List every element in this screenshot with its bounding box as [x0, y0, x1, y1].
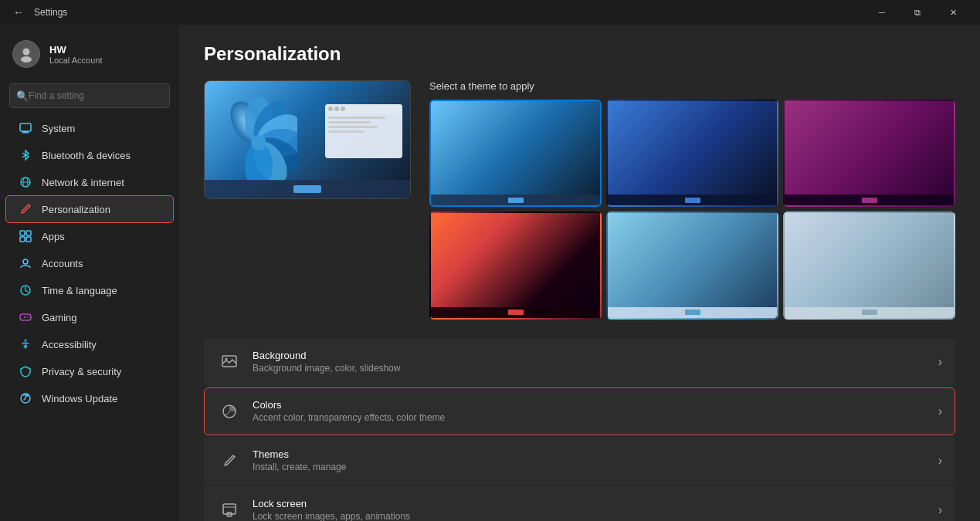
sidebar-item-accessibility[interactable]: Accessibility	[6, 331, 173, 357]
svg-point-12	[23, 259, 28, 264]
sidebar-item-privacy-label: Privacy & security	[42, 366, 121, 377]
restore-button[interactable]: ⧉	[900, 0, 935, 25]
svg-point-17	[26, 316, 28, 318]
sidebar-item-gaming-label: Gaming	[42, 312, 77, 323]
svg-rect-8	[20, 231, 25, 235]
settings-item-lockscreen[interactable]: Lock screen Lock screen images, apps, an…	[204, 486, 955, 521]
settings-item-colors[interactable]: Colors Accent color, transparency effect…	[204, 387, 955, 435]
colors-subtitle: Accent color, transparency effects, colo…	[253, 412, 938, 423]
sidebar: HW Local Account 🔍 System Bluetooth & de…	[0, 25, 179, 521]
accessibility-icon	[19, 337, 32, 351]
svg-point-19	[25, 340, 27, 342]
theme-thumb-6[interactable]	[783, 211, 955, 319]
svg-rect-11	[26, 237, 31, 242]
gaming-icon	[19, 310, 32, 324]
sidebar-item-update[interactable]: Windows Update	[6, 385, 173, 411]
sidebar-item-gaming[interactable]: Gaming	[6, 304, 173, 330]
close-button[interactable]: ✕	[935, 0, 971, 25]
personalization-icon	[19, 202, 32, 216]
search-icon: 🔍	[16, 90, 29, 102]
settings-item-themes[interactable]: Themes Install, create, manage ›	[204, 437, 955, 485]
colors-title: Colors	[253, 399, 938, 411]
lockscreen-chevron: ›	[938, 503, 942, 517]
svg-point-1	[21, 56, 32, 63]
avatar	[12, 40, 40, 68]
title-bar: ← Settings ─ ⧉ ✕	[0, 0, 980, 25]
sidebar-item-bluetooth-label: Bluetooth & devices	[42, 150, 131, 161]
sidebar-item-system[interactable]: System	[6, 115, 173, 141]
themes-subtitle: Install, create, manage	[253, 462, 938, 472]
person-icon	[18, 46, 35, 63]
sidebar-item-personalization[interactable]: Personalization	[6, 196, 173, 222]
svg-rect-2	[20, 123, 31, 131]
sidebar-item-time[interactable]: Time & language	[6, 277, 173, 303]
preview-window	[325, 104, 402, 158]
theme-section: Select a theme to apply	[204, 80, 955, 320]
sidebar-item-accounts-label: Accounts	[42, 258, 83, 269]
svg-point-18	[28, 316, 29, 318]
sidebar-item-personalization-label: Personalization	[42, 204, 110, 215]
background-chevron: ›	[938, 355, 942, 369]
background-title: Background	[253, 350, 938, 361]
sidebar-item-bluetooth[interactable]: Bluetooth & devices	[6, 142, 173, 168]
sidebar-item-system-label: System	[42, 123, 75, 134]
sidebar-item-accounts[interactable]: Accounts	[6, 250, 173, 276]
profile-name: HW	[49, 44, 103, 56]
content-area: Personalization	[179, 25, 980, 521]
preview-flower	[220, 96, 297, 181]
svg-point-0	[23, 49, 30, 56]
svg-rect-4	[22, 133, 29, 134]
theme-thumb-3[interactable]	[783, 100, 955, 207]
bluetooth-icon	[19, 148, 32, 162]
background-subtitle: Background image, color, slideshow	[253, 363, 938, 374]
lockscreen-title: Lock screen	[253, 498, 938, 509]
theme-grid	[429, 100, 955, 320]
svg-point-31	[226, 357, 228, 360]
settings-item-background[interactable]: Background Background image, color, slid…	[204, 338, 955, 386]
search-box[interactable]: 🔍	[9, 83, 170, 108]
sidebar-item-apps-label: Apps	[42, 231, 65, 242]
colors-chevron: ›	[938, 404, 942, 418]
accounts-icon	[19, 256, 32, 270]
preview-taskbar	[205, 180, 410, 198]
sidebar-item-accessibility-label: Accessibility	[42, 339, 97, 350]
background-icon	[217, 350, 242, 374]
lockscreen-icon	[217, 498, 242, 521]
page-title: Personalization	[204, 43, 955, 65]
sidebar-item-privacy[interactable]: Privacy & security	[6, 358, 173, 384]
themes-title: Themes	[253, 448, 938, 460]
settings-list: Background Background image, color, slid…	[204, 338, 955, 521]
window-controls: ─ ⧉ ✕	[864, 0, 971, 25]
profile-account-type: Local Account	[49, 56, 103, 65]
sidebar-item-time-label: Time & language	[42, 285, 117, 296]
sidebar-item-network-label: Network & internet	[42, 177, 124, 188]
apps-icon	[19, 229, 32, 243]
theme-grid-section: Select a theme to apply	[429, 80, 955, 320]
svg-point-29	[251, 135, 266, 151]
minimize-button[interactable]: ─	[864, 0, 900, 25]
network-icon	[19, 175, 32, 189]
theme-thumb-4[interactable]	[429, 211, 602, 319]
flower-svg	[220, 96, 297, 181]
theme-grid-label: Select a theme to apply	[429, 80, 955, 92]
theme-thumb-1[interactable]	[429, 100, 602, 207]
main-layout: HW Local Account 🔍 System Bluetooth & de…	[0, 25, 980, 521]
themes-icon	[217, 448, 242, 473]
lockscreen-subtitle: Lock screen images, apps, animations	[253, 511, 938, 521]
colors-icon	[217, 399, 242, 424]
app-title: Settings	[34, 7, 67, 18]
search-input[interactable]	[29, 90, 163, 101]
privacy-icon	[19, 364, 32, 378]
sidebar-item-network[interactable]: Network & internet	[6, 169, 173, 195]
svg-rect-10	[20, 237, 25, 242]
sidebar-item-apps[interactable]: Apps	[6, 223, 173, 249]
theme-thumb-5[interactable]	[606, 211, 778, 319]
sidebar-profile[interactable]: HW Local Account	[0, 31, 179, 80]
back-button[interactable]: ←	[9, 3, 28, 22]
update-icon	[19, 391, 32, 405]
themes-chevron: ›	[938, 454, 942, 468]
theme-thumb-2[interactable]	[606, 100, 778, 207]
sidebar-item-update-label: Windows Update	[42, 393, 117, 404]
sidebar-nav: System Bluetooth & devices Network & int…	[0, 114, 179, 515]
time-icon	[19, 283, 32, 297]
